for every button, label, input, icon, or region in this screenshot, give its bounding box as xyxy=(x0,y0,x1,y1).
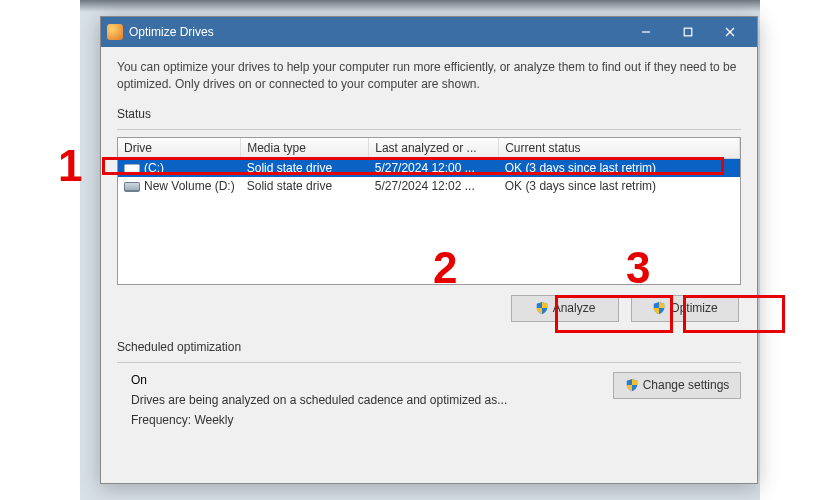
minimize-icon xyxy=(641,27,651,37)
analyze-button[interactable]: Analyze xyxy=(511,295,619,322)
annotation-number-1: 1 xyxy=(58,144,82,188)
drive-last: 5/27/2024 12:00 ... xyxy=(369,158,499,177)
drive-icon xyxy=(124,182,140,192)
shield-icon xyxy=(652,301,666,315)
drive-name: New Volume (D:) xyxy=(144,179,235,193)
drive-name: (C:) xyxy=(144,161,164,175)
shield-icon xyxy=(535,301,549,315)
annotation-number-3: 3 xyxy=(626,246,650,290)
drive-last: 5/27/2024 12:02 ... xyxy=(369,177,499,195)
change-settings-label: Change settings xyxy=(643,378,730,392)
change-settings-button[interactable]: Change settings xyxy=(613,372,741,399)
scheduled-desc: Drives are being analyzed on a scheduled… xyxy=(131,390,613,410)
table-row[interactable]: New Volume (D:) Solid state drive 5/27/2… xyxy=(118,177,740,195)
optimize-drives-window: Optimize Drives You can optimize your dr… xyxy=(100,16,758,484)
frequency-value: Weekly xyxy=(194,413,233,427)
table-row[interactable]: (C:) Solid state drive 5/27/2024 12:00 .… xyxy=(118,158,740,177)
col-header-status[interactable]: Current status xyxy=(499,138,740,159)
status-section: Status Drive Media type Last analyzed or… xyxy=(117,107,741,336)
frequency-label: Frequency: xyxy=(131,413,191,427)
window-title: Optimize Drives xyxy=(129,25,625,39)
optimize-label: Optimize xyxy=(670,301,717,315)
col-header-media[interactable]: Media type xyxy=(241,138,369,159)
col-header-drive[interactable]: Drive xyxy=(118,138,241,159)
drive-media: Solid state drive xyxy=(241,158,369,177)
window-content: You can optimize your drives to help you… xyxy=(101,47,757,443)
action-button-row: Analyze Optimize xyxy=(117,285,741,336)
app-icon xyxy=(107,24,123,40)
annotation-number-2: 2 xyxy=(433,246,457,290)
titlebar[interactable]: Optimize Drives xyxy=(101,17,757,47)
drive-media: Solid state drive xyxy=(241,177,369,195)
drives-table: Drive Media type Last analyzed or ... Cu… xyxy=(118,138,740,195)
scheduled-state: On xyxy=(131,370,613,390)
drive-icon xyxy=(124,164,140,174)
optimize-button[interactable]: Optimize xyxy=(631,295,739,322)
top-shadow xyxy=(80,0,760,12)
drive-status: OK (3 days since last retrim) xyxy=(499,177,740,195)
scheduled-section: Scheduled optimization On Drives are bei… xyxy=(117,340,741,431)
divider xyxy=(117,129,741,130)
close-icon xyxy=(725,27,735,37)
divider xyxy=(117,362,741,363)
minimize-button[interactable] xyxy=(625,21,667,43)
col-header-last[interactable]: Last analyzed or ... xyxy=(369,138,499,159)
shield-icon xyxy=(625,378,639,392)
maximize-button[interactable] xyxy=(667,21,709,43)
page-margin-right xyxy=(760,0,840,500)
intro-text: You can optimize your drives to help you… xyxy=(117,59,741,93)
close-button[interactable] xyxy=(709,21,751,43)
analyze-label: Analyze xyxy=(553,301,596,315)
scheduled-legend: Scheduled optimization xyxy=(117,340,247,354)
page-margin-left xyxy=(0,0,80,500)
drive-status: OK (3 days since last retrim) xyxy=(499,158,740,177)
status-legend: Status xyxy=(117,107,157,121)
svg-rect-1 xyxy=(684,28,692,36)
maximize-icon xyxy=(683,27,693,37)
